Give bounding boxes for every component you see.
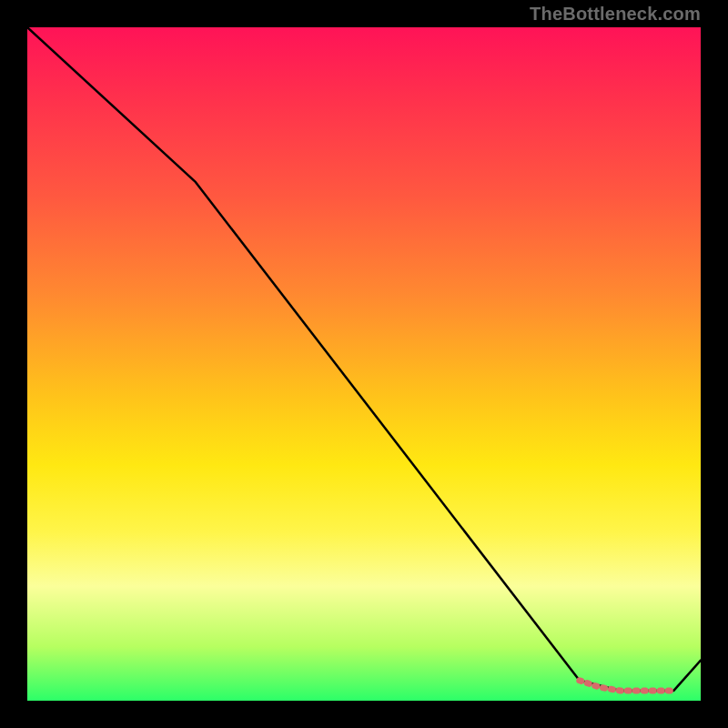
marker-series-red <box>580 681 674 691</box>
watermark-label: TheBottleneck.com <box>530 4 701 25</box>
line-series-black <box>27 27 701 691</box>
chart-frame: TheBottleneck.com <box>0 0 728 728</box>
chart-overlay <box>27 27 701 701</box>
plot-area <box>27 27 701 701</box>
